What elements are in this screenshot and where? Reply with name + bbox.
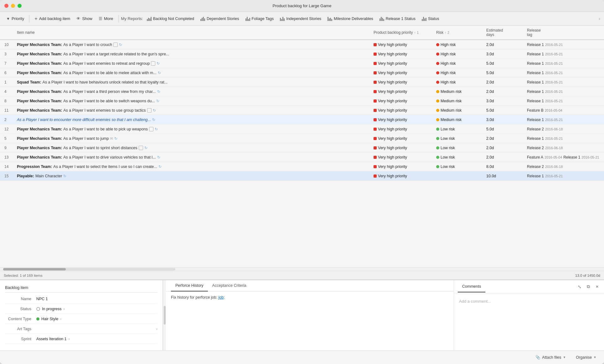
checkbox-icon[interactable]	[151, 61, 155, 66]
app-window: Product backlog for Large Game ▼ Priorit…	[0, 0, 604, 364]
report-independent-stories[interactable]: Independent Stories	[277, 15, 324, 22]
table-row[interactable]: 11Player Mechanics Team: As a Player I w…	[0, 106, 604, 115]
table-row[interactable]: 6Player Mechanics Team: As a Player I wa…	[0, 68, 604, 78]
report-label-foliage: Foliage Tags	[252, 17, 274, 21]
eye-icon: 👁	[76, 16, 80, 21]
table-row[interactable]: 9Player Mechanics Team: As a Player I wa…	[0, 143, 604, 153]
tab-comments[interactable]: Comments	[458, 281, 485, 292]
table-body[interactable]: 10Player Mechanics Team: As a Player I w…	[0, 40, 604, 267]
report-status[interactable]: Status	[419, 15, 441, 22]
expand-button[interactable]: ⤡	[576, 284, 583, 290]
row-estimated: 2.0d	[485, 135, 526, 142]
refresh-icon[interactable]: ↻	[155, 127, 158, 131]
checkbox-icon[interactable]	[113, 43, 118, 47]
table-row[interactable]: 7Player Mechanics Team: As a Player I wa…	[0, 59, 604, 68]
add-comment-area[interactable]: Add a comment...	[459, 297, 599, 306]
status-value: In progress ›	[36, 307, 157, 311]
close-panel-button[interactable]: ✕	[594, 284, 600, 290]
table-header: Item name Product backlog priority ↑ 1 R…	[0, 26, 604, 40]
report-release-1-status[interactable]: Release 1 Status	[377, 15, 418, 22]
checkbox-icon[interactable]	[149, 127, 153, 131]
checkbox-icon[interactable]	[139, 146, 143, 150]
report-backlog-not-completed[interactable]: Backlog Not Completed	[144, 15, 197, 22]
more-button[interactable]: ☰ More	[96, 15, 116, 22]
form-row-sprint[interactable]: Sprint Assets Iteration 1 ›	[5, 334, 157, 344]
show-label: Show	[82, 16, 92, 21]
th-priority[interactable]: Product backlog priority ↑ 1	[372, 26, 435, 39]
table-row[interactable]: 12Player Mechanics Team: As a Player I w…	[0, 124, 604, 134]
table-row[interactable]: 15Playable: Main Character ↻Very high pr…	[0, 171, 604, 181]
report-foliage-tags[interactable]: Foliage Tags	[243, 15, 276, 22]
refresh-icon[interactable]: ↻	[157, 89, 160, 94]
priority-dot-icon	[374, 174, 377, 178]
table-row[interactable]: 2As a Player I want to encounter more di…	[0, 115, 604, 124]
table-row[interactable]: 5Player Mechanics Team: As a Player I wa…	[0, 134, 604, 143]
checkbox-icon[interactable]	[147, 108, 152, 113]
report-dependent-stories[interactable]: Dependent Stories	[198, 15, 242, 22]
organise-arrow-icon: ▼	[593, 356, 596, 359]
toolbar-overflow[interactable]: ›	[599, 16, 600, 22]
table-row[interactable]: 13Player Mechanics Team: As a Player I w…	[0, 153, 604, 162]
release-name: Feature A	[527, 155, 543, 159]
organise-button[interactable]: Organise ▼	[573, 354, 599, 361]
attach-arrow-icon: ▼	[563, 356, 566, 359]
row-number: 2	[3, 116, 16, 123]
report-label-milestone: Milestone Deliverables	[334, 17, 373, 21]
window-controls	[4, 4, 22, 8]
th-item-name[interactable]: Item name	[16, 26, 372, 39]
refresh-icon[interactable]: ↻	[157, 61, 160, 66]
show-button[interactable]: 👁 Show	[74, 15, 95, 22]
close-button[interactable]	[4, 4, 8, 8]
status-arrow-icon: ›	[64, 307, 65, 311]
table-row[interactable]: 1Squad Team: As a Player I want to have …	[0, 78, 604, 87]
report-milestone-deliverables[interactable]: Milestone Deliverables	[325, 15, 376, 22]
refresh-icon[interactable]: ↻	[152, 118, 155, 122]
row-name: Playable: Main Character ↻	[16, 173, 372, 179]
table-row[interactable]: 14Progression Team: As a Player I want t…	[0, 162, 604, 171]
maximize-button[interactable]	[18, 4, 22, 8]
add-backlog-button[interactable]: + Add backlog item	[32, 15, 73, 23]
table-row[interactable]: 8Player Mechanics Team: As a Player I wa…	[0, 96, 604, 106]
attach-files-button[interactable]: 📎 Attach files ▼	[533, 354, 568, 361]
refresh-icon[interactable]: ↻	[119, 43, 122, 47]
email-icon[interactable]: ✉	[110, 136, 113, 141]
table-row[interactable]: 4Player Mechanics Team: As a Player I wa…	[0, 87, 604, 96]
priority-dot-icon	[374, 99, 377, 103]
status-label: Status	[5, 307, 36, 311]
row-priority: Very high priority	[372, 79, 435, 86]
toolbar-priority[interactable]: ▼ Priority	[4, 15, 27, 22]
row-priority: Very high priority	[372, 51, 435, 58]
th-release[interactable]: Releasetag	[526, 26, 604, 39]
risk-dot-icon	[436, 90, 439, 93]
scroll-divider-bar[interactable]	[164, 306, 166, 325]
refresh-icon[interactable]: ↻	[63, 174, 66, 178]
table-row[interactable]: 10Player Mechanics Team: As a Player I w…	[0, 40, 604, 49]
refresh-icon[interactable]: ↻	[156, 99, 159, 103]
release-name: Release 1	[527, 71, 544, 75]
th-estimated[interactable]: Estimateddays	[485, 26, 526, 39]
form-row-art-tags[interactable]: Art Tags ›	[5, 324, 157, 334]
row-name: Player Mechanics Team: As a Player I wan…	[16, 88, 372, 95]
refresh-icon[interactable]: ↻	[158, 71, 161, 75]
horizontal-scrollbar[interactable]	[0, 267, 604, 271]
minimize-button[interactable]	[11, 4, 15, 8]
form-row-status[interactable]: Status In progress ›	[5, 304, 157, 314]
scrollbar-thumb[interactable]	[3, 268, 66, 270]
row-number: 1	[3, 79, 16, 86]
tab-perforce-history[interactable]: Perforce History	[171, 280, 208, 291]
external-link-button[interactable]: ⧉	[585, 284, 591, 290]
panel-controls: ⤡ ⧉ ✕	[576, 284, 600, 290]
th-risk[interactable]: Risk ↑ 2	[435, 26, 485, 39]
refresh-icon[interactable]: ↻	[158, 164, 162, 169]
refresh-icon[interactable]: ↻	[157, 155, 160, 159]
form-row-content-type[interactable]: Content Type Hair Style ›	[5, 314, 157, 324]
status-bar: Selected: 1 of 169 items 13.0 of 1450.0d	[0, 271, 604, 280]
tab-acceptance-criteria[interactable]: Acceptance Criteria	[208, 280, 251, 291]
refresh-icon[interactable]: ↻	[114, 136, 117, 141]
risk-dot-icon	[436, 43, 439, 46]
perforce-job-link[interactable]: job	[218, 295, 224, 300]
refresh-icon[interactable]: ↻	[153, 108, 156, 113]
refresh-icon[interactable]: ↻	[144, 146, 147, 150]
table-row[interactable]: 3Player Mechanics Team: As a Player I wa…	[0, 49, 604, 59]
release-name: Release 1	[527, 80, 544, 84]
